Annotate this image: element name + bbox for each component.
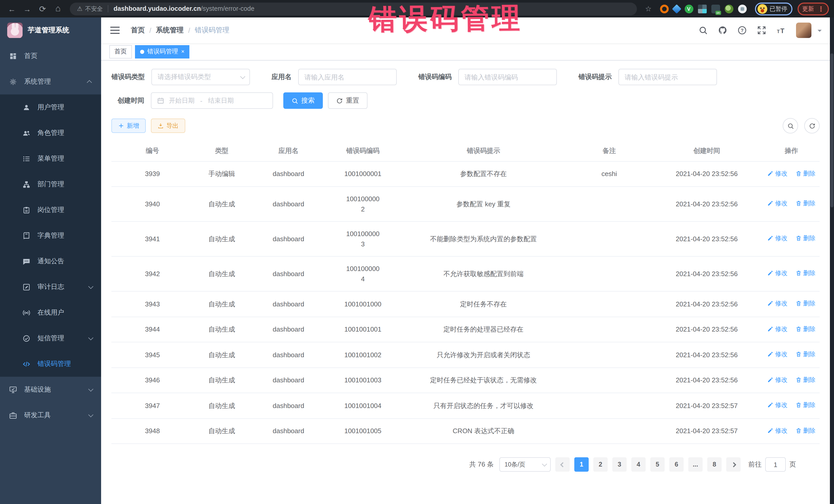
delete-link[interactable]: 删除	[795, 299, 815, 308]
error-code-type-select[interactable]: 请选择错误码类型	[151, 69, 250, 85]
goto-page-input[interactable]	[765, 457, 786, 472]
browser-reload-icon[interactable]	[36, 2, 49, 15]
sidebar-item-online-users[interactable]: 在线用户	[0, 300, 101, 325]
sidebar-item-home[interactable]: 首页	[0, 43, 101, 69]
caret-down-icon[interactable]	[817, 29, 822, 34]
reset-button[interactable]: 重置	[328, 92, 368, 109]
sidebar-item-menu-management[interactable]: 菜单管理	[0, 146, 101, 171]
extension-icon[interactable]	[698, 4, 706, 13]
help-icon[interactable]	[738, 26, 747, 35]
extensions-puzzle-icon[interactable]	[738, 4, 746, 13]
page-button-1[interactable]: 1	[574, 457, 589, 472]
sidebar-item-error-code-management[interactable]: 错误码管理	[0, 351, 101, 377]
delete-link[interactable]: 删除	[795, 199, 815, 208]
delete-link[interactable]: 删除	[795, 269, 815, 278]
page-button-8[interactable]: 8	[707, 457, 722, 472]
edit-link[interactable]: 修改	[767, 350, 787, 359]
sidebar-item-announcements[interactable]: 通知公告	[0, 248, 101, 274]
hamburger-icon[interactable]	[110, 27, 119, 28]
error-hint-input[interactable]	[618, 69, 717, 85]
bookmark-star-icon[interactable]	[645, 5, 652, 13]
address-bar[interactable]: 不安全 dashboard.yudao.iocoder.cn/system/er…	[70, 2, 637, 15]
delete-link[interactable]: 删除	[795, 324, 815, 333]
page-button-6[interactable]: 6	[669, 457, 684, 472]
table-row[interactable]: 3943 自动生成 dashboard 1001001000 定时任务不存在 2…	[111, 291, 820, 317]
search-icon[interactable]	[699, 26, 708, 35]
export-button[interactable]: 导出	[151, 118, 185, 133]
github-icon[interactable]	[718, 26, 727, 35]
delete-link[interactable]: 删除	[795, 350, 815, 359]
browser-forward-icon[interactable]	[21, 2, 34, 15]
browser-scrollbar[interactable]	[830, 18, 834, 504]
sidebar-item-audit-logs[interactable]: 审计日志	[0, 274, 101, 300]
sidebar-item-position-management[interactable]: 岗位管理	[0, 197, 101, 223]
extension-icon[interactable]	[660, 4, 668, 13]
table-row[interactable]: 3940 自动生成 dashboard 100100000 2 参数配置 key…	[111, 187, 820, 221]
next-page-button[interactable]	[726, 457, 741, 472]
sidebar-item-sms-management[interactable]: 短信管理	[0, 325, 101, 351]
tab-home[interactable]: 首页	[109, 45, 132, 58]
table-row[interactable]: 3941 自动生成 dashboard 100100000 3 不能删除类型为系…	[111, 221, 820, 256]
page-button-3[interactable]: 3	[612, 457, 627, 472]
extension-icon[interactable]	[724, 4, 733, 13]
browser-profile-button[interactable]: 已暂停	[755, 2, 792, 15]
refresh-table-button[interactable]	[804, 118, 820, 133]
app-logo[interactable]: 芋道管理系统	[0, 18, 101, 43]
error-code-input[interactable]	[458, 69, 557, 85]
sidebar-item-dictionary-management[interactable]: 字典管理	[0, 223, 101, 248]
delete-link[interactable]: 删除	[795, 234, 815, 243]
page-button-2[interactable]: 2	[593, 457, 608, 472]
browser-update-button[interactable]: 更新	[797, 2, 829, 15]
close-icon[interactable]	[181, 49, 184, 54]
edit-link[interactable]: 修改	[767, 324, 787, 333]
edit-link[interactable]: 修改	[767, 169, 787, 178]
tab-error-code-management[interactable]: 错误码管理	[135, 45, 190, 58]
add-button[interactable]: 新增	[111, 118, 146, 133]
not-secure-badge[interactable]: 不安全	[77, 5, 103, 13]
browser-menu-icon[interactable]	[817, 5, 824, 13]
edit-link[interactable]: 修改	[767, 269, 787, 278]
prev-page-button[interactable]	[555, 457, 570, 472]
sidebar-item-dev-tools[interactable]: 研发工具	[0, 402, 101, 428]
delete-link[interactable]: 删除	[795, 375, 815, 384]
search-button[interactable]: 搜索	[283, 92, 323, 109]
page-size-select[interactable]: 10条/页	[499, 457, 551, 472]
edit-link[interactable]: 修改	[767, 426, 787, 435]
edit-link[interactable]: 修改	[767, 234, 787, 243]
extension-icon[interactable]	[672, 4, 681, 14]
fullscreen-icon[interactable]	[757, 26, 766, 35]
table-row[interactable]: 3939 手动编辑 dashboard 1001000001 参数配置不存在 c…	[111, 161, 820, 187]
edit-link[interactable]: 修改	[767, 199, 787, 208]
delete-link[interactable]: 删除	[795, 400, 815, 410]
sidebar-item-department-management[interactable]: 部门管理	[0, 171, 101, 197]
scrollbar-thumb[interactable]	[830, 53, 833, 207]
browser-back-icon[interactable]	[5, 2, 19, 15]
table-row[interactable]: 3945 自动生成 dashboard 1001001002 只允许修改为开启或…	[111, 342, 820, 368]
date-range-picker[interactable]: 开始日期 - 结束日期	[151, 92, 273, 109]
user-avatar[interactable]	[796, 23, 811, 38]
font-size-icon[interactable]	[776, 26, 786, 35]
table-row[interactable]: 3944 自动生成 dashboard 1001001001 定时任务的处理器已…	[111, 317, 820, 342]
edit-link[interactable]: 修改	[767, 375, 787, 384]
sidebar-item-role-management[interactable]: 角色管理	[0, 120, 101, 146]
app-name-input[interactable]	[298, 69, 397, 85]
delete-link[interactable]: 删除	[795, 169, 815, 178]
table-row[interactable]: 3942 自动生成 dashboard 100100000 4 不允许获取敏感配…	[111, 256, 820, 291]
page-button-5[interactable]: 5	[650, 457, 665, 472]
sidebar-item-user-management[interactable]: 用户管理	[0, 94, 101, 120]
table-row[interactable]: 3947 自动生成 dashboard 1001001004 只有开启状态的任务…	[111, 393, 820, 418]
table-row[interactable]: 3946 自动生成 dashboard 1001001003 定时任务已经处于该…	[111, 368, 820, 393]
extension-icon[interactable]	[711, 4, 720, 13]
table-row[interactable]: 3948 自动生成 dashboard 1001001005 CRON 表达式不…	[111, 418, 820, 444]
more-pages-button[interactable]: ...	[688, 457, 703, 472]
sidebar-item-infrastructure[interactable]: 基础设施	[0, 377, 101, 402]
extension-icon[interactable]	[684, 4, 693, 13]
breadcrumb-system[interactable]: 系统管理	[156, 26, 184, 35]
edit-link[interactable]: 修改	[767, 400, 787, 410]
sidebar-item-system-management[interactable]: 系统管理	[0, 69, 101, 94]
page-button-4[interactable]: 4	[631, 457, 646, 472]
toggle-search-button[interactable]	[783, 118, 798, 133]
breadcrumb-home[interactable]: 首页	[131, 26, 145, 35]
edit-link[interactable]: 修改	[767, 299, 787, 308]
delete-link[interactable]: 删除	[795, 426, 815, 435]
